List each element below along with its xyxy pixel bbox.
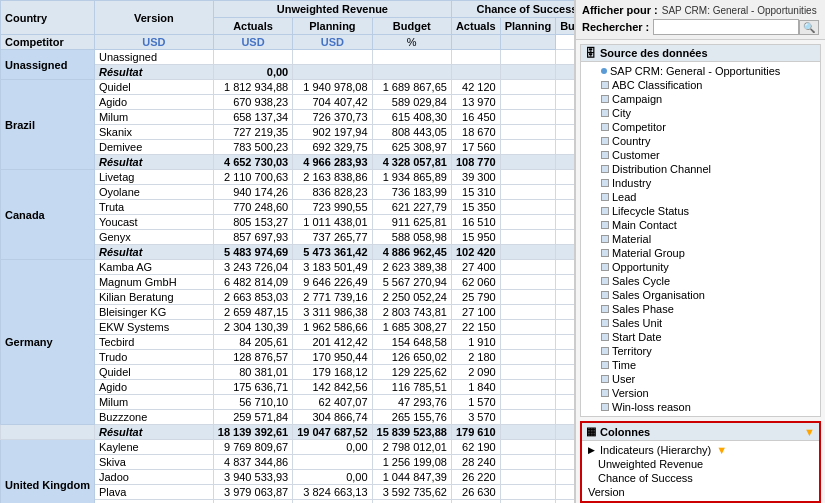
source-item-start-date[interactable]: Start Date: [581, 330, 820, 344]
source-item-country[interactable]: Country: [581, 134, 820, 148]
val-cell: 1 934 865,89: [372, 170, 451, 185]
val-cell: [500, 95, 555, 110]
source-item-opportunity[interactable]: Opportunity: [581, 260, 820, 274]
competitor-cell: Truta: [94, 200, 213, 215]
val-cell: [556, 140, 575, 155]
source-item-industry[interactable]: Industry: [581, 176, 820, 190]
val-cell: 2 623 389,38: [372, 260, 451, 275]
val-cell: 1 812 934,88: [213, 80, 292, 95]
colonnes-body: ▶ Indicateurs (Hierarchy) ▼ Unweighted R…: [582, 441, 819, 501]
val-cell: 911 625,81: [372, 215, 451, 230]
val-cell: [556, 335, 575, 350]
table-row: Canada Livetag 2 110 700,63 2 163 838,86…: [1, 170, 576, 185]
competitor-cell: Plava: [94, 485, 213, 500]
right-top-area: Afficher pour : SAP CRM: General - Oppor…: [576, 0, 825, 40]
val-cell: 770 248,60: [213, 200, 292, 215]
val-cell: 128 876,57: [213, 350, 292, 365]
source-item-sap[interactable]: SAP CRM: General - Opportunities: [581, 64, 820, 78]
competitor-cell: Trudo: [94, 350, 213, 365]
competitor-cell: Buzzzone: [94, 410, 213, 425]
source-item-winloss[interactable]: Win-loss reason: [581, 400, 820, 414]
val-cell: 27 100: [451, 305, 500, 320]
filter-icon: ▼: [804, 426, 815, 438]
val-cell: [500, 140, 555, 155]
source-item-sales-phase[interactable]: Sales Phase: [581, 302, 820, 316]
panels-container: 🗄 Source des données SAP CRM: General - …: [576, 40, 825, 503]
source-item-territory[interactable]: Territory: [581, 344, 820, 358]
val-cell: [500, 260, 555, 275]
source-item-material-group[interactable]: Material Group: [581, 246, 820, 260]
table-row: Unassigned Unassigned: [1, 50, 576, 65]
val-cell: 857 697,93: [213, 230, 292, 245]
val-cell: [556, 470, 575, 485]
val-cell: [556, 500, 575, 504]
val-cell: 265 155,76: [372, 410, 451, 425]
tree-expand-icon: ▶: [588, 445, 595, 455]
result-val: 0,00: [213, 65, 292, 80]
val-cell: 588 058,98: [372, 230, 451, 245]
sources-panel: 🗄 Source des données SAP CRM: General - …: [580, 44, 821, 417]
val-cell: 175 636,71: [213, 380, 292, 395]
val-cell: 84 205,61: [213, 335, 292, 350]
source-item-material[interactable]: Material: [581, 232, 820, 246]
source-item-campaign[interactable]: Campaign: [581, 92, 820, 106]
val-cell: 836 828,23: [293, 185, 372, 200]
table-panel[interactable]: Country Version Unweighted Revenue Chanc…: [0, 0, 575, 503]
country-cell: Germany: [1, 260, 95, 425]
source-item-lead[interactable]: Lead: [581, 190, 820, 204]
source-item-user[interactable]: User: [581, 372, 820, 386]
col-item-version[interactable]: Version: [582, 485, 819, 499]
val-cell: [556, 290, 575, 305]
result-val: 5 473 361,42: [293, 245, 372, 260]
source-item-main-contact[interactable]: Main Contact: [581, 218, 820, 232]
country-cell: Brazil: [1, 80, 95, 170]
val-cell: [500, 320, 555, 335]
col-item-unweighted[interactable]: Unweighted Revenue: [582, 457, 819, 471]
competitor-cell: Youcast: [94, 215, 213, 230]
result-val: [451, 65, 500, 80]
val-cell: 670 938,23: [213, 95, 292, 110]
th-version: Version: [94, 1, 213, 35]
source-item-abc[interactable]: ABC Classification: [581, 78, 820, 92]
val-cell: 3 940 533,93: [213, 470, 292, 485]
val-cell: [293, 50, 372, 65]
source-item-customer[interactable]: Customer: [581, 148, 820, 162]
result-val: [500, 245, 555, 260]
source-item-lifecycle[interactable]: Lifecycle Status: [581, 204, 820, 218]
val-cell: 201 412,42: [293, 335, 372, 350]
table-row: Germany Kamba AG 3 243 726,04 3 183 501,…: [1, 260, 576, 275]
source-item-sales-unit[interactable]: Sales Unit: [581, 316, 820, 330]
val-cell: 25 790: [451, 290, 500, 305]
th-planning2: Planning: [500, 18, 555, 35]
val-cell: [556, 50, 575, 65]
competitor-cell: Jadoo: [94, 470, 213, 485]
val-cell: 21 360: [451, 500, 500, 504]
val-cell: [556, 230, 575, 245]
val-cell: 5 567 270,94: [372, 275, 451, 290]
val-cell: 808 443,05: [372, 125, 451, 140]
result-val: 4 328 057,81: [372, 155, 451, 170]
source-item-city[interactable]: City: [581, 106, 820, 120]
val-cell: 2 110 700,63: [213, 170, 292, 185]
search-input[interactable]: [653, 19, 799, 35]
search-button[interactable]: 🔍: [799, 20, 819, 35]
sources-header: 🗄 Source des données: [581, 45, 820, 62]
table-row: United Kingdom Kaylene 9 769 809,67 0,00…: [1, 440, 576, 455]
country-cell: Unassigned: [1, 50, 95, 80]
result-val: [556, 245, 575, 260]
col-item-indicateurs[interactable]: ▶ Indicateurs (Hierarchy) ▼: [582, 443, 819, 457]
source-item-distribution[interactable]: Distribution Channel: [581, 162, 820, 176]
competitor-cell: Unassigned: [94, 50, 213, 65]
val-cell: 0,00: [293, 470, 372, 485]
source-item-sales-org[interactable]: Sales Organisation: [581, 288, 820, 302]
source-item-time[interactable]: Time: [581, 358, 820, 372]
val-cell: [500, 350, 555, 365]
val-cell: 154 648,58: [372, 335, 451, 350]
val-cell: [556, 380, 575, 395]
col-item-chance[interactable]: Chance of Success: [582, 471, 819, 485]
competitor-cell: Milum: [94, 110, 213, 125]
source-item-version[interactable]: Version: [581, 386, 820, 400]
val-cell: 3 824 663,13: [293, 485, 372, 500]
source-item-sales-cycle[interactable]: Sales Cycle: [581, 274, 820, 288]
source-item-competitor[interactable]: Competitor: [581, 120, 820, 134]
